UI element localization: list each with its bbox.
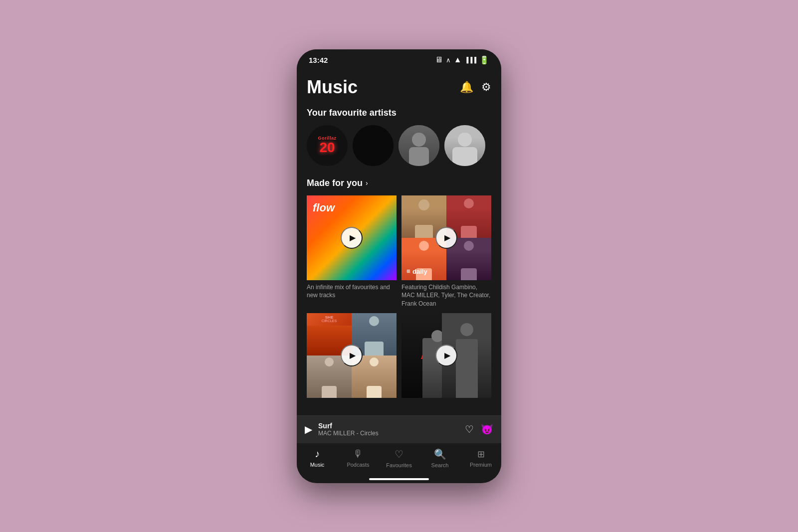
battery-icon: 🔋 [479, 55, 489, 65]
header-icons: 🔔 ⚙ [460, 81, 491, 94]
heart-button[interactable]: ♡ [465, 423, 474, 435]
nav-item-music[interactable]: ♪ Music [303, 448, 331, 468]
status-icons: 🖥 ∧ ▲ ▐▐▐ 🔋 [435, 55, 489, 65]
circles-play-button[interactable]: ▶ [341, 345, 363, 366]
nav-item-search[interactable]: 🔍 Search [426, 448, 454, 468]
andale-card-image: ANDALE ▶ [401, 313, 491, 398]
artist-silhouette-4 [444, 125, 485, 166]
page-title: Music [307, 77, 358, 98]
daily-play-button[interactable]: ▶ [435, 227, 457, 249]
notification-button[interactable]: 🔔 [460, 81, 473, 94]
made-for-you-header: Made for you › [307, 178, 491, 188]
made-for-you-section: Made for you › flow ▶ An infinite mix of… [307, 178, 491, 398]
search-nav-label: Search [431, 462, 449, 468]
now-playing-bar: ▶ Surf MAC MILLER - Circles ♡ 😈 [297, 415, 501, 443]
flow-play-icon: ▶ [350, 233, 356, 242]
circles-play-icon: ▶ [350, 351, 356, 360]
bell-icon: 🔔 [460, 81, 473, 93]
person-body-4 [452, 147, 477, 166]
daily-play-icon: ▶ [444, 233, 450, 242]
premium-nav-label: Premium [470, 462, 492, 468]
main-content: Music 🔔 ⚙ Your favourite artists Gorilla… [297, 69, 501, 415]
chevron-right-icon: › [366, 179, 368, 187]
face-icon: 😈 [481, 424, 493, 435]
music-nav-label: Music [310, 462, 325, 468]
person-head [412, 133, 426, 147]
andale-play-button[interactable]: ▶ [435, 345, 457, 366]
artist-placeholder-2 [353, 125, 394, 166]
nav-item-premium[interactable]: ⊞ Premium [467, 449, 495, 468]
premium-nav-icon: ⊞ [477, 449, 485, 460]
person-head-4 [458, 133, 472, 147]
gorillaz-logo: Gorillaz 20 [318, 136, 336, 155]
now-playing-play-button[interactable]: ▶ [305, 423, 312, 435]
person-body [409, 147, 429, 166]
favourites-nav-icon: ♡ [395, 448, 403, 460]
artist-item-2[interactable] [353, 125, 394, 166]
favourite-artists-section: Your favourite artists Gorillaz 20 [307, 108, 491, 168]
signal-icon: ▐▐▐ [465, 57, 476, 63]
settings-button[interactable]: ⚙ [481, 81, 491, 94]
bluetooth-icon: ∧ [446, 56, 451, 64]
artist-item-3[interactable] [399, 125, 439, 166]
podcasts-nav-icon: 🎙 [353, 448, 363, 460]
now-playing-info: Surf MAC MILLER - Circles [318, 422, 459, 437]
status-time: 13:42 [309, 56, 328, 64]
now-playing-play-icon: ▶ [305, 424, 312, 435]
favourites-nav-label: Favourites [386, 462, 411, 468]
flow-card-image: flow ▶ [307, 195, 397, 280]
now-playing-artist: MAC MILLER - Circles [318, 430, 459, 437]
laptop-icon: 🖥 [435, 55, 443, 64]
nav-item-favourites[interactable]: ♡ Favourites [385, 448, 413, 468]
nav-item-podcasts[interactable]: 🎙 Podcasts [344, 448, 372, 468]
cards-grid: flow ▶ An infinite mix of favourites and… [307, 195, 491, 398]
card-daily[interactable]: ▶ ⊞ daily Featuring Childish Gambino, MA… [401, 195, 491, 308]
daily-card-image: ▶ ⊞ daily [401, 195, 491, 280]
card-circles[interactable]: SHE CIRCLES [307, 313, 397, 398]
flow-play-button[interactable]: ▶ [341, 227, 363, 249]
artists-row: Gorillaz 20 [307, 125, 491, 168]
daily-text: daily [412, 268, 427, 275]
gear-icon: ⚙ [481, 81, 491, 93]
artist-silhouette-3 [399, 125, 439, 166]
artist-item-4[interactable] [444, 125, 485, 166]
favourite-artists-title: Your favourite artists [307, 108, 491, 118]
made-for-you-title: Made for you [307, 178, 363, 188]
flow-description: An infinite mix of favourites and new tr… [307, 283, 397, 300]
wifi-icon: ▲ [454, 55, 462, 64]
card-flow[interactable]: flow ▶ An infinite mix of favourites and… [307, 195, 397, 308]
mood-button[interactable]: 😈 [481, 423, 493, 435]
daily-description: Featuring Childish Gambino, MAC MILLER, … [401, 283, 491, 308]
circles-card-image: SHE CIRCLES [307, 313, 397, 398]
phone-frame: 13:42 🖥 ∧ ▲ ▐▐▐ 🔋 Music 🔔 ⚙ Your favour [297, 49, 501, 483]
search-nav-icon: 🔍 [434, 448, 446, 460]
now-playing-title: Surf [318, 422, 459, 430]
heart-icon: ♡ [465, 424, 474, 435]
flow-label: flow [313, 201, 335, 214]
podcasts-nav-label: Podcasts [347, 462, 369, 468]
status-bar: 13:42 🖥 ∧ ▲ ▐▐▐ 🔋 [297, 49, 501, 69]
card-andale[interactable]: ANDALE ▶ [401, 313, 491, 398]
andale-play-icon: ▶ [444, 351, 450, 360]
artist-item-gorillaz[interactable]: Gorillaz 20 [307, 125, 348, 166]
now-playing-actions: ♡ 😈 [465, 423, 493, 435]
deezer-icon: ⊞ [406, 269, 410, 274]
bottom-nav: ♪ Music 🎙 Podcasts ♡ Favourites 🔍 Search… [297, 443, 501, 478]
home-indicator [369, 478, 429, 480]
music-nav-icon: ♪ [315, 448, 320, 460]
header-row: Music 🔔 ⚙ [307, 77, 491, 98]
daily-label: ⊞ daily [406, 268, 427, 275]
